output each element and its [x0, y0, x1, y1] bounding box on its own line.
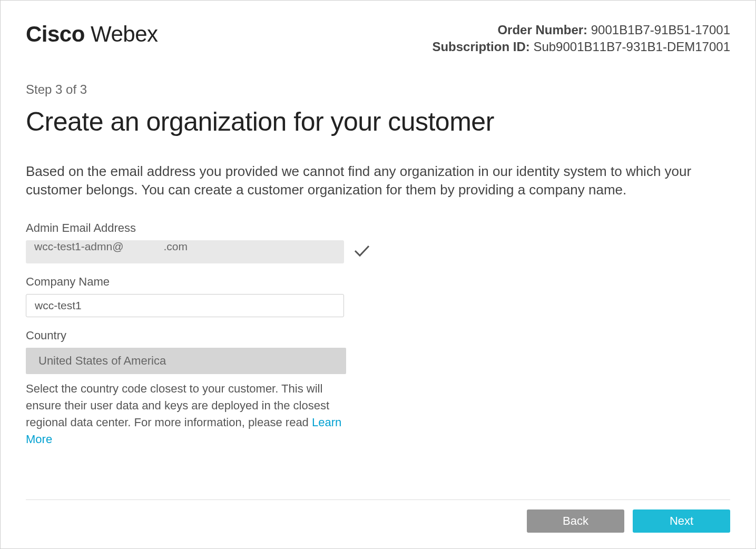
- page-title: Create an organization for your customer: [26, 106, 730, 137]
- email-label: Admin Email Address: [26, 221, 730, 235]
- checkmark-icon: [354, 243, 370, 260]
- country-help-text: Select the country code closest to your …: [26, 380, 352, 448]
- country-help-prefix: Select the country code closest to your …: [26, 382, 329, 429]
- company-form-group: Company Name: [26, 275, 730, 317]
- order-number-label: Order Number:: [497, 23, 587, 37]
- subscription-id-value: Sub9001B11B7-931B1-DEM17001: [533, 40, 730, 54]
- footer: Back Next: [26, 499, 730, 533]
- step-indicator: Step 3 of 3: [26, 82, 730, 97]
- email-prefix: wcc-test1-admn@: [34, 240, 124, 252]
- subscription-id-label: Subscription ID:: [432, 40, 529, 54]
- company-name-input[interactable]: [26, 294, 344, 317]
- logo-light-part: Webex: [85, 22, 158, 46]
- country-form-group: Country United States of America Select …: [26, 329, 730, 448]
- next-button[interactable]: Next: [633, 509, 730, 533]
- email-suffix: .com: [164, 240, 188, 252]
- email-form-group: Admin Email Address wcc-test1-admn@.com: [26, 221, 730, 263]
- email-field: wcc-test1-admn@.com: [26, 240, 344, 263]
- country-select[interactable]: United States of America: [26, 348, 346, 374]
- cisco-webex-logo: Cisco Webex: [26, 22, 158, 47]
- order-number-value: 9001B1B7-91B51-17001: [591, 23, 730, 37]
- country-label: Country: [26, 329, 730, 342]
- order-info: Order Number: 9001B1B7-91B51-17001 Subsc…: [432, 22, 730, 56]
- email-redacted-part: [125, 242, 163, 252]
- company-label: Company Name: [26, 275, 730, 289]
- logo-bold-part: Cisco: [26, 22, 85, 46]
- country-selected-value: United States of America: [38, 354, 166, 368]
- back-button[interactable]: Back: [527, 509, 624, 533]
- header: Cisco Webex Order Number: 9001B1B7-91B51…: [26, 22, 730, 56]
- page-description: Based on the email address you provided …: [26, 162, 730, 199]
